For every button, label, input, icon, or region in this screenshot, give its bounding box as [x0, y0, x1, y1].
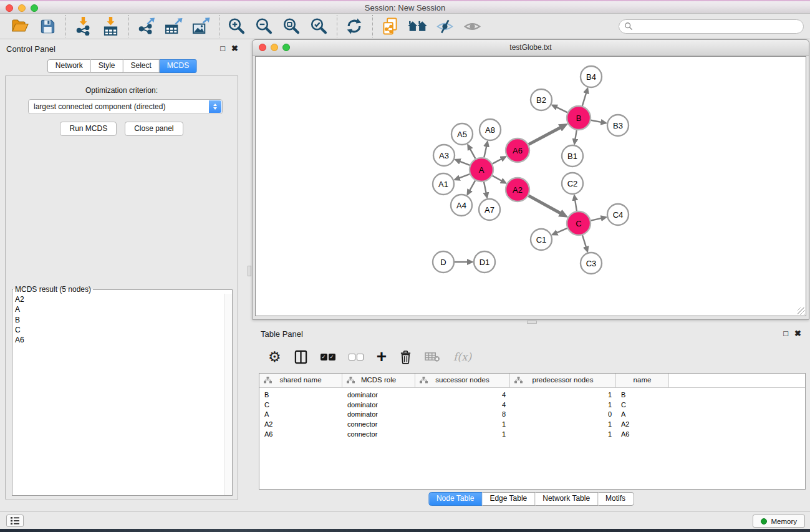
- delete-table-button[interactable]: [425, 351, 440, 363]
- close-panel-icon[interactable]: ✖: [231, 44, 238, 53]
- graph-node-A1[interactable]: A1: [433, 173, 454, 195]
- graph-edge-A-A4[interactable]: [470, 180, 475, 191]
- resize-grip-icon[interactable]: [798, 307, 805, 315]
- memory-status-button[interactable]: Memory: [753, 515, 805, 528]
- column-header-shared-name[interactable]: shared name: [259, 374, 342, 387]
- horizontal-split-divider[interactable]: [252, 320, 810, 324]
- delete-columns-button[interactable]: [400, 350, 412, 364]
- close-panel-icon[interactable]: ✖: [794, 329, 801, 338]
- graph-edge-A6-B[interactable]: [529, 127, 561, 145]
- graph-node-A4[interactable]: A4: [451, 195, 472, 216]
- table-row-A2[interactable]: A2connector11A2: [259, 419, 805, 429]
- refresh-view-button[interactable]: [343, 15, 365, 37]
- graph-node-D1[interactable]: D1: [474, 251, 495, 273]
- graph-node-B3[interactable]: B3: [607, 115, 629, 136]
- graph-edge-B-B4[interactable]: [582, 92, 587, 106]
- export-image-button[interactable]: [190, 15, 212, 37]
- control-tab-select[interactable]: Select: [123, 59, 160, 73]
- zoom-out-button[interactable]: [253, 15, 275, 37]
- run-mcds-button[interactable]: Run MCDS: [60, 122, 117, 136]
- graph-node-A8[interactable]: A8: [480, 119, 501, 140]
- graph-edge-C-C2[interactable]: [575, 200, 577, 211]
- graph-edge-C-C1[interactable]: [556, 228, 567, 233]
- graph-edge-A-A6[interactable]: [493, 158, 503, 163]
- graph-node-A2[interactable]: A2: [506, 178, 529, 201]
- graph-node-C3[interactable]: C3: [581, 253, 602, 274]
- deselect-all-button[interactable]: [349, 354, 364, 360]
- graph-edge-B-B3[interactable]: [591, 120, 602, 122]
- mcds-result-item[interactable]: A2: [15, 294, 222, 304]
- graph-node-A5[interactable]: A5: [451, 123, 473, 145]
- zoom-in-button[interactable]: [225, 15, 248, 37]
- export-network-button[interactable]: [135, 15, 157, 37]
- graph-edge-A-A2[interactable]: [493, 176, 503, 181]
- save-session-button[interactable]: [36, 15, 59, 37]
- graph-edge-A-A7[interactable]: [484, 182, 486, 194]
- network-canvas[interactable]: B4B2BB3A8A5A6A3B1AC2A1A2A4A7C4CC1C3DD1: [255, 56, 806, 316]
- graph-node-B4[interactable]: B4: [581, 66, 602, 87]
- divider-handle[interactable]: [248, 266, 251, 276]
- show-graphics-details-button[interactable]: [461, 15, 483, 37]
- open-session-button[interactable]: [9, 15, 31, 37]
- table-options-button[interactable]: ⚙: [268, 350, 281, 364]
- table-row-A6[interactable]: A6connector11A6: [259, 429, 805, 439]
- create-column-button[interactable]: +: [377, 349, 387, 364]
- hide-graphics-details-button[interactable]: [433, 15, 456, 37]
- export-table-button[interactable]: [162, 15, 185, 37]
- table-tab-edge-table[interactable]: Edge Table: [482, 492, 535, 506]
- select-all-button[interactable]: ✓✓: [321, 354, 335, 360]
- graph-edge-B-B1[interactable]: [575, 130, 577, 140]
- control-tab-style[interactable]: Style: [91, 59, 123, 73]
- column-header-MCDS-role[interactable]: MCDS role: [342, 374, 415, 387]
- float-panel-icon[interactable]: □: [220, 44, 225, 53]
- task-history-button[interactable]: [6, 515, 24, 527]
- apply-layout-button[interactable]: [406, 15, 428, 37]
- import-table-button[interactable]: [99, 15, 122, 37]
- graph-edge-B-B2[interactable]: [556, 107, 567, 112]
- graph-edge-A-A5[interactable]: [470, 148, 475, 159]
- graph-node-B[interactable]: B: [567, 106, 591, 130]
- graph-edge-A-A3[interactable]: [459, 161, 470, 165]
- clone-network-button[interactable]: [378, 15, 401, 37]
- graph-edge-C-C3[interactable]: [582, 235, 586, 248]
- mcds-result-item[interactable]: B: [15, 315, 222, 325]
- divider-handle[interactable]: [527, 321, 537, 324]
- optimization-criterion-select[interactable]: largest connected component (directed): [28, 99, 223, 114]
- float-panel-icon[interactable]: □: [783, 329, 788, 338]
- graph-edge-A-A8[interactable]: [484, 145, 486, 157]
- mcds-result-item[interactable]: A: [15, 304, 222, 314]
- graph-node-A6[interactable]: A6: [506, 138, 529, 162]
- graph-node-A7[interactable]: A7: [479, 199, 500, 220]
- control-tab-mcds[interactable]: MCDS: [160, 59, 197, 73]
- table-tab-node-table[interactable]: Node Table: [428, 492, 483, 506]
- mcds-result-item[interactable]: A6: [15, 335, 222, 345]
- graph-node-C2[interactable]: C2: [562, 173, 583, 194]
- table-row-B[interactable]: Bdominator41B: [259, 390, 805, 400]
- show-column-button[interactable]: [294, 350, 307, 364]
- close-panel-button[interactable]: Close panel: [125, 122, 183, 136]
- graph-edge-A2-C[interactable]: [529, 196, 561, 214]
- result-list-scrollbar[interactable]: [224, 294, 232, 495]
- function-builder-button[interactable]: f(x): [453, 351, 471, 363]
- table-tab-motifs[interactable]: Motifs: [598, 492, 634, 506]
- control-tab-network[interactable]: Network: [47, 59, 91, 73]
- mcds-result-item[interactable]: C: [15, 325, 222, 335]
- zoom-selected-button[interactable]: [307, 15, 330, 37]
- search-input[interactable]: [636, 20, 803, 32]
- column-header-name[interactable]: name: [616, 374, 669, 387]
- import-network-button[interactable]: [72, 15, 94, 37]
- column-header-successor-nodes[interactable]: successor nodes: [415, 374, 510, 387]
- graph-node-B2[interactable]: B2: [531, 89, 552, 110]
- graph-node-D[interactable]: D: [433, 251, 454, 273]
- column-header-predecessor-nodes[interactable]: predecessor nodes: [510, 374, 616, 387]
- graph-node-C1[interactable]: C1: [531, 229, 552, 250]
- vertical-split-divider[interactable]: [244, 39, 252, 511]
- graph-node-A[interactable]: A: [470, 158, 493, 181]
- table-row-C[interactable]: Cdominator41C: [259, 400, 805, 410]
- graph-node-C4[interactable]: C4: [607, 204, 629, 225]
- table-tab-network-table[interactable]: Network Table: [535, 492, 598, 506]
- table-row-A[interactable]: Adominator80A: [259, 409, 805, 419]
- graph-node-C[interactable]: C: [567, 211, 591, 235]
- graph-edge-A-A1[interactable]: [458, 174, 470, 178]
- graph-edge-C-C4[interactable]: [591, 218, 602, 221]
